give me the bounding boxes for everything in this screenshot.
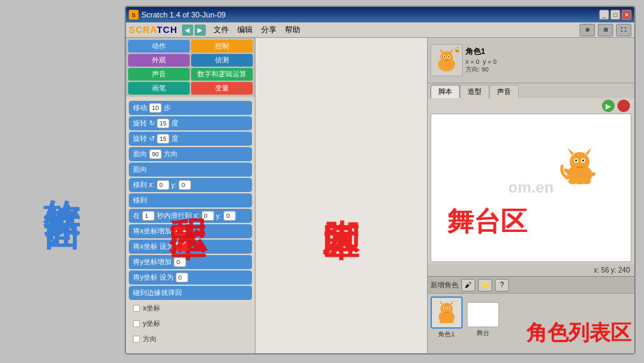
sprite-list-cat-icon [433,299,460,326]
sprite-tabs: 脚本 造型 声音 [428,83,634,98]
zoom-tool[interactable]: ⊞ [598,24,613,36]
svg-marker-10 [585,148,592,155]
svg-point-7 [448,56,449,57]
menu-file[interactable]: 文件 [210,23,232,36]
sprite-coords: x = 0 y = 0 [465,58,631,65]
backdrop-thumbnail [467,302,499,327]
stage-area: om.en [430,114,631,262]
fullscreen-tool[interactable]: ⛶ [616,24,631,36]
block-change-x[interactable]: 将x坐标增加 10 [129,224,252,238]
script-area[interactable]: 脚本区 [255,38,428,353]
copy-tool[interactable]: ⊕ [580,24,595,36]
sprites-toolbar: 新增角色 🖌 ⭐ ? [428,277,634,294]
stage-cat-sprite [559,146,601,197]
title-bar: S Scratch 1.4 of 30-Jun-09 _ □ ✕ [126,7,634,22]
maximize-button[interactable]: □ [610,10,620,20]
block-move-steps[interactable]: 移动 10 步 [129,101,252,115]
stage-watermark: om.en [508,179,554,197]
svg-point-1 [440,51,453,64]
block-ycoor-check[interactable]: y坐标 [129,317,252,331]
blocks-panel: 动作 控制 外观 侦测 声音 数字和逻辑运算 画笔 变量 移动 10 步 旋转 … [126,38,255,353]
tab-costume[interactable]: 造型 [460,85,489,98]
sprite-direction: 方向: 90 [465,65,631,74]
minimize-button[interactable]: _ [599,10,609,20]
scratch-window: S Scratch 1.4 of 30-Jun-09 _ □ ✕ SCRATCH… [125,6,636,355]
svg-point-26 [444,308,445,309]
block-set-x[interactable]: 将x坐标 设为 0 [129,240,252,254]
category-tabs: 动作 控制 外观 侦测 声音 数字和逻辑运算 画笔 变量 [126,38,255,97]
category-looks[interactable]: 外观 [128,54,190,67]
category-sound[interactable]: 声音 [128,68,190,81]
left-annotation-panel: 软件界面 [0,0,122,363]
stage-controls: ▶ [428,98,634,114]
close-button[interactable]: ✕ [622,10,631,20]
stage-cat-svg [559,146,601,189]
sprites-list: 角色1 舞台 [428,294,634,353]
sprite-name: 角色1 [465,46,631,57]
category-pen[interactable]: 画笔 [128,82,190,95]
category-motion[interactable]: 动作 [128,40,190,53]
script-area-annotation: 脚本区 [317,191,366,199]
sprite-y: 0 [493,58,497,65]
green-flag-button[interactable]: ▶ [602,100,615,112]
menu-share[interactable]: 分享 [258,23,280,36]
right-panel: 🔒 角色1 x = 0 y = 0 方向: 90 脚本 造型 声音 [428,38,634,353]
stop-button[interactable] [617,100,630,112]
stage-coords-bar: x: 56 y: 240 [428,263,634,276]
stage-area-annotation: 舞台区 [447,204,527,240]
svg-marker-23 [450,300,454,304]
category-control[interactable]: 控制 [191,40,253,53]
random-sprite-button[interactable]: ? [495,279,509,292]
block-bounce[interactable]: 碰到边缘就弹回 [129,286,252,300]
menu-bar: SCRATCH ◀ ▶ 文件 编辑 分享 帮助 ⊕ ⊞ ⛶ [126,22,634,38]
star-sprite-button[interactable]: ⭐ [478,279,492,292]
menu-help[interactable]: 帮助 [281,23,304,36]
sprite-thumbnail: 🔒 [430,44,463,76]
block-rotate-cw[interactable]: 旋转 ↻ 15 度 [129,116,252,130]
paint-sprite-button[interactable]: 🖌 [461,279,475,292]
block-direction-check[interactable]: 方向 [129,332,252,346]
block-xcoor-check[interactable]: x坐标 [129,301,252,315]
main-content: 动作 控制 外观 侦测 声音 数字和逻辑运算 画笔 变量 移动 10 步 旋转 … [126,38,634,353]
block-goto-xy[interactable]: 移到 x: 0 y: 0 [129,178,252,192]
next-arrow[interactable]: ▶ [195,25,206,36]
block-face[interactable]: 面向 [129,163,252,177]
block-face-direction[interactable]: 面向 90 方向 [129,147,252,161]
scratch-logo: SCRATCH [129,25,178,35]
sprite-item-cat[interactable]: 角色1 [430,296,463,339]
sprite-item-thumb-cat [430,296,463,329]
svg-point-6 [444,56,445,57]
tab-sound[interactable]: 声音 [489,85,519,98]
window-title: Scratch 1.4 of 30-Jun-09 [141,11,225,19]
block-set-y[interactable]: 将y坐标 设为 0 [129,270,252,285]
tab-script[interactable]: 脚本 [430,85,460,98]
app-icon: S [129,10,139,20]
svg-marker-11 [568,148,574,155]
sprite-details: 角色1 x = 0 y = 0 方向: 90 [465,46,631,74]
window-controls: _ □ ✕ [599,10,631,20]
prev-arrow[interactable]: ◀ [182,25,193,36]
block-change-y[interactable]: 将y坐标增加 0 [129,255,252,269]
menu-edit[interactable]: 编辑 [234,23,256,36]
sprite-x: 0 [476,58,479,65]
block-glide[interactable]: 在 1 秒内滑行到 x: 0 y: 0 [129,209,252,223]
svg-point-21 [440,303,453,315]
svg-point-28 [440,320,445,323]
software-interface-label: 软件界面 [41,170,81,193]
sprite-info-bar: 🔒 角色1 x = 0 y = 0 方向: 90 [428,38,634,83]
stage-coords: x: 56 y: 240 [594,266,630,274]
nav-arrows: ◀ ▶ [182,25,206,36]
block-goto[interactable]: 移到 [129,193,252,207]
blocks-list: 移动 10 步 旋转 ↻ 15 度 旋转 ↺ 15 度 面向 90 方向 面向 … [126,97,255,353]
title-bar-left: S Scratch 1.4 of 30-Jun-09 [129,10,225,20]
svg-point-29 [449,320,454,323]
svg-point-16 [582,179,591,184]
category-operators[interactable]: 数字和逻辑运算 [191,68,253,81]
category-variables[interactable]: 变量 [191,82,253,95]
block-rotate-ccw[interactable]: 旋转 ↺ 15 度 [129,132,252,146]
svg-point-27 [448,308,449,309]
backdrop-item[interactable]: 舞台 [467,299,499,338]
svg-marker-22 [439,300,443,304]
category-sensing[interactable]: 侦测 [191,54,253,67]
backdrop-label: 舞台 [477,329,489,338]
